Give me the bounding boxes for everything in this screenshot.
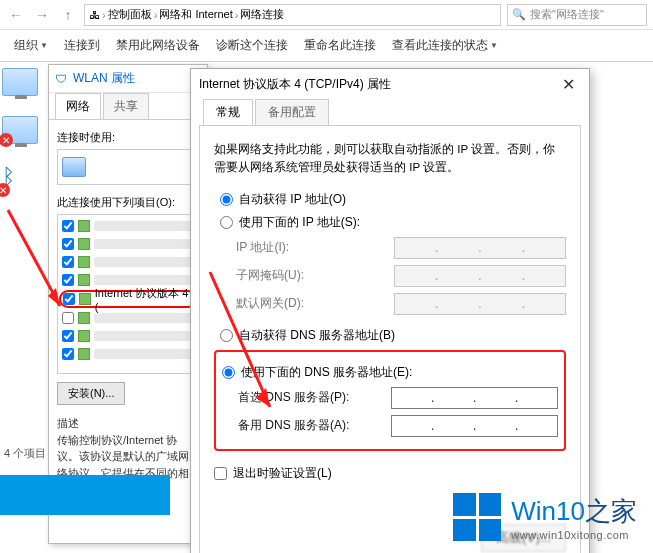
dns-manual-block: 使用下面的 DNS 服务器地址(E): 首选 DNS 服务器(P): ... 备… — [214, 350, 566, 451]
list-item-ipv4[interactable]: Internet 协议版本 4 ( — [59, 290, 197, 308]
cmd-rename[interactable]: 重命名此连接 — [298, 33, 382, 58]
protocol-icon — [78, 330, 90, 342]
network-adapter-icon[interactable]: ✕ — [2, 116, 38, 144]
radio-auto-ip[interactable]: 自动获得 IP 地址(O) — [220, 191, 566, 208]
chevron-down-icon: ▼ — [490, 41, 498, 50]
dialog-title: Internet 协议版本 4 (TCP/IPv4) 属性 — [199, 76, 391, 93]
tab-strip: 网络 共享 — [49, 93, 207, 119]
cmd-organize[interactable]: 组织▼ — [8, 33, 54, 58]
protocol-icon — [79, 293, 91, 305]
disabled-x-icon: ✕ — [0, 183, 10, 197]
protocol-icon — [78, 256, 90, 268]
shield-icon: 🛡 — [55, 72, 67, 86]
tab-alternate[interactable]: 备用配置 — [255, 99, 329, 125]
radio-input[interactable] — [220, 216, 233, 229]
status-items-count: 4 个项目 — [4, 446, 46, 461]
item-checkbox[interactable] — [62, 348, 74, 360]
adapter-box — [57, 149, 199, 185]
tab-general[interactable]: 常规 — [203, 99, 253, 125]
chevron-down-icon: ▼ — [40, 41, 48, 50]
cmd-view-status[interactable]: 查看此连接的状态▼ — [386, 33, 504, 58]
list-item[interactable] — [60, 235, 196, 253]
protocol-icon — [78, 274, 90, 286]
gateway-input: ... — [394, 293, 566, 315]
subnet-mask-input: ... — [394, 265, 566, 287]
field-alternate-dns: 备用 DNS 服务器(A): ... — [238, 415, 558, 437]
search-input[interactable]: 🔍 搜索"网络连接" — [507, 4, 647, 26]
nav-forward-icon[interactable]: → — [32, 5, 52, 25]
preferred-dns-input[interactable]: ... — [391, 387, 558, 409]
list-item[interactable] — [60, 327, 196, 345]
radio-input[interactable] — [220, 193, 233, 206]
protocol-icon — [78, 238, 90, 250]
watermark-url: www.win10xitong.com — [511, 529, 637, 541]
search-icon: 🔍 — [512, 8, 526, 21]
breadcrumb-item[interactable]: 网络连接 — [240, 7, 284, 22]
item-checkbox[interactable] — [62, 238, 74, 250]
checkbox-input[interactable] — [214, 467, 227, 480]
bluetooth-icon[interactable]: ✕ᛒ — [2, 164, 38, 192]
close-icon[interactable]: ✕ — [556, 75, 581, 94]
connect-using-label: 连接时使用: — [57, 130, 199, 145]
radio-manual-dns[interactable]: 使用下面的 DNS 服务器地址(E): — [222, 364, 558, 381]
field-default-gateway: 默认网关(D): ... — [236, 293, 566, 315]
watermark: Win10之家 www.win10xitong.com — [453, 493, 637, 541]
dns-field-group: 首选 DNS 服务器(P): ... 备用 DNS 服务器(A): ... — [238, 387, 558, 437]
protocol-icon — [78, 220, 90, 232]
field-ip-address: IP 地址(I): ... — [236, 237, 566, 259]
wlan-properties-dialog: 🛡 WLAN 属性 网络 共享 连接时使用: 此连接使用下列项目(O): Int… — [48, 64, 208, 544]
items-label: 此连接使用下列项目(O): — [57, 195, 199, 210]
item-checkbox[interactable] — [62, 220, 74, 232]
list-item[interactable] — [60, 253, 196, 271]
radio-input[interactable] — [220, 329, 233, 342]
disabled-x-icon: ✕ — [0, 133, 13, 147]
item-checkbox[interactable] — [62, 274, 74, 286]
windows-logo-icon — [453, 493, 501, 541]
cmd-connect[interactable]: 连接到 — [58, 33, 106, 58]
radio-input[interactable] — [222, 366, 235, 379]
watermark-brand: Win10之家 — [511, 494, 637, 529]
cmd-disable[interactable]: 禁用此网络设备 — [110, 33, 206, 58]
nav-up-icon[interactable]: ↑ — [58, 5, 78, 25]
field-preferred-dns: 首选 DNS 服务器(P): ... — [238, 387, 558, 409]
install-button[interactable]: 安装(N)... — [57, 382, 125, 405]
adapter-icon — [62, 157, 86, 177]
taskbar-fragment — [0, 475, 170, 515]
dialog-title-bar[interactable]: Internet 协议版本 4 (TCP/IPv4) 属性 ✕ — [191, 69, 589, 99]
field-subnet-mask: 子网掩码(U): ... — [236, 265, 566, 287]
command-bar: 组织▼ 连接到 禁用此网络设备 诊断这个连接 重命名此连接 查看此连接的状态▼ — [0, 30, 653, 62]
item-checkbox[interactable] — [62, 256, 74, 268]
radio-manual-ip[interactable]: 使用下面的 IP 地址(S): — [220, 214, 566, 231]
tab-strip: 常规 备用配置 — [191, 99, 589, 125]
connection-items-list[interactable]: Internet 协议版本 4 ( — [57, 214, 199, 374]
ip-field-group: IP 地址(I): ... 子网掩码(U): ... 默认网关(D): ... — [236, 237, 566, 315]
breadcrumb-icon: 🖧 — [89, 9, 100, 21]
general-panel: 如果网络支持此功能，则可以获取自动指派的 IP 设置。否则，你需要从网络系统管理… — [199, 125, 581, 553]
device-icon-column: ✕ ✕ᛒ — [2, 68, 44, 212]
alternate-dns-input[interactable]: ... — [391, 415, 558, 437]
item-checkbox[interactable] — [62, 330, 74, 342]
tab-network[interactable]: 网络 — [55, 93, 101, 119]
protocol-icon — [78, 312, 90, 324]
protocol-icon — [78, 348, 90, 360]
breadcrumb-item[interactable]: 控制面板 — [108, 7, 152, 22]
breadcrumb-item[interactable]: 网络和 Internet — [159, 7, 232, 22]
ip-address-input: ... — [394, 237, 566, 259]
description-title: 描述 — [57, 415, 199, 432]
nav-back-icon[interactable]: ← — [6, 5, 26, 25]
description-text: 如果网络支持此功能，则可以获取自动指派的 IP 设置。否则，你需要从网络系统管理… — [214, 140, 566, 177]
checkbox-validate-on-exit[interactable]: 退出时验证设置(L) — [214, 465, 566, 482]
ipv4-properties-dialog: Internet 协议版本 4 (TCP/IPv4) 属性 ✕ 常规 备用配置 … — [190, 68, 590, 553]
explorer-address-bar: ← → ↑ 🖧 › 控制面板 › 网络和 Internet › 网络连接 🔍 搜… — [0, 0, 653, 30]
breadcrumb[interactable]: 🖧 › 控制面板 › 网络和 Internet › 网络连接 — [84, 4, 501, 26]
dialog-title: 🛡 WLAN 属性 — [49, 65, 207, 93]
search-placeholder: 搜索"网络连接" — [530, 7, 604, 22]
network-adapter-icon[interactable] — [2, 68, 38, 96]
item-checkbox[interactable] — [63, 293, 75, 305]
radio-auto-dns[interactable]: 自动获得 DNS 服务器地址(B) — [220, 327, 566, 344]
item-checkbox[interactable] — [62, 312, 74, 324]
list-item[interactable] — [60, 345, 196, 363]
list-item[interactable] — [60, 217, 196, 235]
cmd-diagnose[interactable]: 诊断这个连接 — [210, 33, 294, 58]
tab-share[interactable]: 共享 — [103, 93, 149, 119]
